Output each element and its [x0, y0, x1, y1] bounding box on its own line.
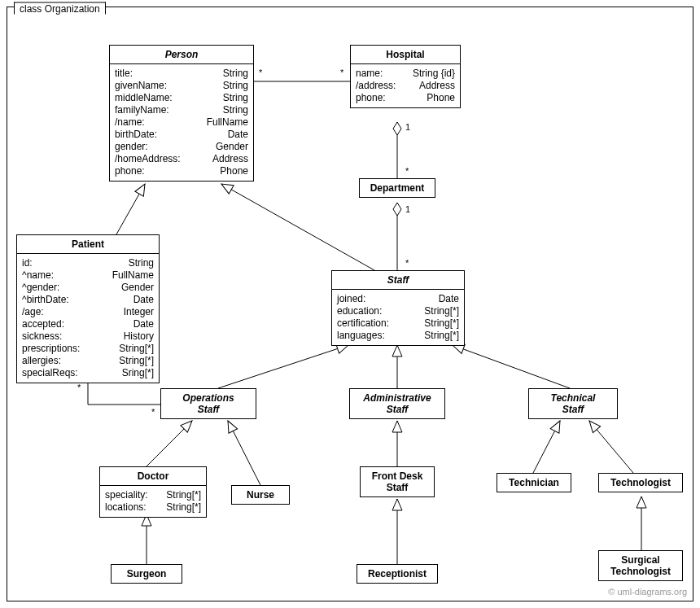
class-title: Staff [332, 271, 464, 290]
attribute-row: ^birthDate:Date [22, 294, 154, 306]
attribute-row: id:String [22, 257, 154, 269]
class-technical-staff: Technical Staff [528, 388, 618, 419]
class-surgeon: Surgeon [111, 564, 182, 584]
class-title: Surgical Technologist [599, 551, 682, 580]
frame-label-text: class Organization [20, 3, 100, 15]
class-receptionist: Receptionist [357, 564, 438, 584]
mult-hospital-dept-1: 1 [405, 122, 410, 132]
class-surgical-technologist: Surgical Technologist [598, 550, 683, 581]
class-title: Department [360, 179, 435, 197]
class-title: Hospital [351, 46, 460, 64]
attribute-row: education:String[*] [337, 305, 459, 317]
class-person: Person title:StringgivenName:Stringmiddl… [109, 45, 254, 182]
attribute-row: middleName:String [115, 92, 248, 104]
class-title: Doctor [100, 467, 206, 486]
attribute-row: allergies:String[*] [22, 355, 154, 367]
mult-dept-staff-1: 1 [405, 204, 410, 214]
attribute-row: ^gender:Gender [22, 282, 154, 294]
attribute-row: phone:Phone [115, 165, 248, 177]
attribute-row: /name:FullName [115, 116, 248, 129]
class-title: Technical Staff [529, 389, 617, 418]
class-department: Department [359, 178, 435, 198]
attribute-row: /homeAddress:Address [115, 153, 248, 165]
uml-diagram-canvas: class Organization [0, 0, 700, 608]
attribute-row: certification:String[*] [337, 317, 459, 330]
class-title: Nurse [232, 486, 289, 504]
class-title: Operations Staff [161, 389, 256, 418]
class-technician: Technician [497, 473, 571, 492]
attribute-row: phone:Phone [356, 92, 455, 104]
attribute-row: accepted:Date [22, 318, 154, 330]
class-title: Patient [17, 235, 159, 254]
attribute-row: /age:Integer [22, 306, 154, 318]
class-hospital: Hospital name:String {id}/address:Addres… [350, 45, 461, 108]
class-attrs: joined:Dateeducation:String[*]certificat… [332, 290, 464, 345]
attribute-row: /address:Address [356, 80, 455, 92]
class-attrs: speciality:String[*]locations:String[*] [100, 486, 206, 517]
attribute-row: title:String [115, 68, 248, 80]
attribute-row: joined:Date [337, 293, 459, 305]
watermark: © uml-diagrams.org [608, 587, 687, 597]
attribute-row: specialReqs:Sring[*] [22, 367, 154, 379]
class-title: Receptionist [357, 565, 437, 583]
class-attrs: id:String^name:FullName^gender:Gender^bi… [17, 254, 159, 383]
attribute-row: prescriptions:String[*] [22, 343, 154, 355]
class-nurse: Nurse [231, 485, 290, 505]
class-front-desk-staff: Front Desk Staff [360, 466, 435, 497]
package-frame-label: class Organization [14, 2, 106, 15]
attribute-row: ^name:FullName [22, 269, 154, 282]
class-title: Technologist [599, 474, 682, 492]
class-technologist: Technologist [598, 473, 683, 492]
attribute-row: locations:String[*] [105, 501, 201, 514]
attribute-row: givenName:String [115, 80, 248, 92]
class-staff: Staff joined:Dateeducation:String[*]cert… [331, 270, 465, 346]
class-attrs: title:StringgivenName:StringmiddleName:S… [110, 64, 253, 181]
attribute-row: speciality:String[*] [105, 489, 201, 501]
class-operations-staff: Operations Staff [160, 388, 256, 419]
class-administrative-staff: Administrative Staff [349, 388, 445, 419]
class-title: Administrative Staff [350, 389, 444, 418]
mult-person-hospital-left: * [259, 68, 262, 77]
mult-patient-ops-top: * [77, 383, 81, 392]
attribute-row: sickness:History [22, 330, 154, 343]
class-attrs: name:String {id}/address:Addressphone:Ph… [351, 64, 460, 107]
attribute-row: languages:String[*] [337, 330, 459, 342]
class-title: Technician [497, 474, 571, 492]
attribute-row: name:String {id} [356, 68, 455, 80]
class-title: Person [110, 46, 253, 64]
mult-person-hospital-right: * [340, 68, 343, 77]
class-patient: Patient id:String^name:FullName^gender:G… [16, 234, 160, 383]
mult-dept-staff-star: * [405, 258, 409, 268]
class-title: Surgeon [112, 565, 182, 583]
class-doctor: Doctor speciality:String[*]locations:Str… [99, 466, 207, 518]
attribute-row: birthDate:Date [115, 129, 248, 141]
attribute-row: gender:Gender [115, 141, 248, 153]
mult-hospital-dept-star: * [405, 166, 409, 176]
class-title: Front Desk Staff [361, 467, 434, 496]
mult-patient-ops-bottom: * [151, 407, 155, 417]
attribute-row: familyName:String [115, 104, 248, 116]
